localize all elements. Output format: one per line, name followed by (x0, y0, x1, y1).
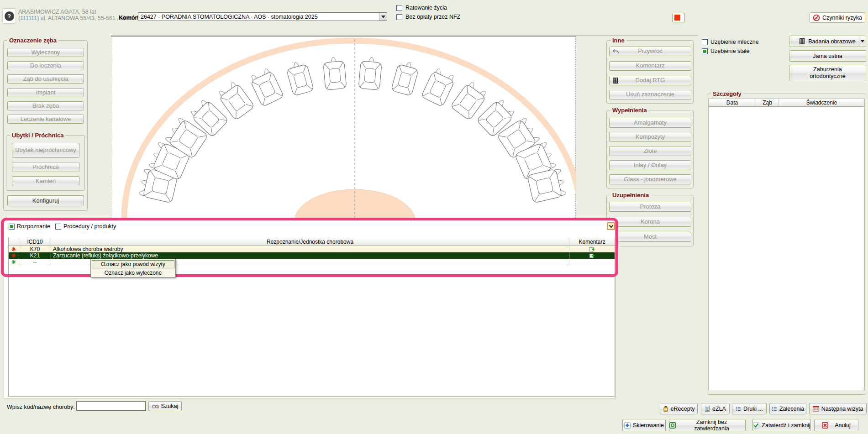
close-no-confirm-icon (669, 422, 676, 429)
anuluj-button[interactable]: Anuluj (814, 419, 858, 431)
configure-button[interactable]: Konfiguruj (7, 195, 84, 206)
collapse-panel-button[interactable] (607, 222, 615, 230)
brak-zeba-button[interactable]: Brak zęba (7, 101, 84, 110)
prescription-bottle-icon (663, 406, 668, 412)
dental-visit-window: ? ARASIMOWICZ AGATA, 58 lat (111111) ul.… (0, 0, 868, 434)
icd10-code: -- (19, 259, 51, 265)
glass-jonomerowe-button[interactable]: Glass - jonomerowe (609, 174, 691, 184)
dodaj-rtg-label: Dodaj RTG (636, 77, 665, 84)
implant-button[interactable]: Implant (7, 88, 84, 97)
orthodontic-button[interactable]: Zaburzenia ortodontyczne (789, 65, 866, 81)
diagnosis-row-k70[interactable]: K70 Alkoholowa choroba watroby (9, 246, 615, 252)
zab-do-usuniecia-button[interactable]: Ząb do usunięcia (7, 74, 84, 84)
icd10-column-header[interactable]: ICD10 (19, 238, 51, 246)
add-comment-icon[interactable] (589, 253, 595, 258)
dodaj-rtg-button[interactable]: Dodaj RTG (609, 76, 691, 85)
document-icon (705, 406, 710, 412)
kompozyty-button[interactable]: Kompozyty (609, 132, 691, 142)
leczenie-kanalowe-button[interactable]: Leczenie kanałowe (7, 115, 84, 124)
xray-film-icon (613, 78, 618, 84)
zalecenia-button[interactable]: Zalecenia (769, 403, 806, 414)
zatwierdz-i-zamknij-button[interactable]: Zatwierdź i zamknij (752, 419, 811, 431)
imaging-split-button[interactable]: Badania obrazowe (789, 36, 866, 47)
menu-item-powod-wizyty[interactable]: Oznacz jako powód wizyty (92, 260, 174, 268)
milk-dentition-checkbox[interactable] (702, 39, 708, 45)
skierowanie-label: Skierowanie (633, 422, 664, 429)
new-row-icon (11, 260, 16, 264)
active-diagnosis-icon (11, 253, 16, 258)
skierowanie-button[interactable]: Skierowanie (622, 419, 666, 431)
przywroc-button[interactable]: Przywróć (609, 47, 691, 56)
diagnosis-name: Zarzucanie (refluks) żołądkowo-przełykow… (51, 252, 569, 259)
ezla-button[interactable]: eZLA (701, 403, 730, 414)
disease-search-label: Wpisz kod/nazwę choroby: (7, 404, 75, 410)
comment-column-header[interactable]: Komentarz (569, 238, 615, 246)
amalgamaty-button[interactable]: Amalgamaty (609, 118, 691, 128)
prochnica-button[interactable]: Próchnica (12, 162, 79, 172)
erecepty-button[interactable]: eRecepty (660, 403, 698, 414)
druki-button[interactable]: Druki ... (732, 403, 767, 414)
name-column-header[interactable]: Rozpoznanie/Jednostka chorobowa (51, 238, 569, 246)
disease-search-input[interactable] (76, 401, 146, 411)
upper-arch-diagram (111, 37, 576, 219)
no-nfz-fee-checkbox[interactable] (396, 14, 402, 20)
zlote-button[interactable]: Złote (609, 146, 691, 156)
add-comment-icon[interactable] (589, 246, 595, 252)
nastepna-wizyta-button[interactable]: Następna wizyta (809, 403, 867, 414)
dental-chart[interactable] (111, 36, 576, 218)
druki-label: Druki ... (743, 406, 763, 412)
risk-factors-button[interactable]: Czynniki ryzyka (810, 12, 865, 23)
life-saving-checkbox[interactable] (396, 5, 402, 11)
details-col-tooth[interactable]: Ząb (756, 99, 779, 106)
color-marker-button[interactable] (672, 13, 685, 22)
clinic-select[interactable]: 26427 - PORADNIA STOMATOLOGICZNA - AOS -… (138, 12, 387, 21)
diagnosis-row-k21-selected[interactable]: K21 Zarzucanie (refluks) żołądkowo-przeł… (9, 252, 615, 259)
fillings-title: Wypełnienia (610, 107, 649, 114)
other-title: Inne (610, 37, 626, 44)
proteza-button[interactable]: Proteza (609, 202, 691, 212)
cancel-x-icon (822, 422, 828, 429)
imaging-film-icon (800, 38, 805, 44)
cavities-title: Ubytki / Próchnica (10, 132, 65, 139)
details-table-header: Data Ząb Świadczenie (709, 99, 864, 107)
permanent-dentition-checkbox[interactable] (702, 48, 708, 54)
dropdown-arrow-icon[interactable] (379, 13, 387, 21)
help-button[interactable]: ? (2, 8, 16, 24)
red-marker-swatch (674, 15, 680, 21)
most-button[interactable]: Most (609, 232, 691, 242)
life-saving-label: Ratowanie życia (405, 5, 447, 11)
list-icon (772, 406, 777, 412)
zatwierdz-label: Zatwierdź i zamknij (762, 422, 810, 429)
clinic-select-value: 26427 - PORADNIA STOMATOLOGICZNA - AOS -… (138, 14, 379, 20)
przywroc-label: Przywróć (638, 48, 662, 55)
inlay-onlay-button[interactable]: Inlay / Onlay (609, 160, 691, 170)
do-leczenia-button[interactable]: Do leczenia (7, 61, 84, 70)
flag-column-header[interactable] (9, 238, 19, 246)
procedury-checkbox[interactable] (55, 224, 61, 230)
menu-item-wyleczone[interactable]: Oznacz jako wyleczone (92, 269, 174, 277)
zamknij-bez-zatwierdzania-button[interactable]: Zamknij bez zatwierdzania (669, 419, 746, 431)
wyleczony-button[interactable]: Wyleczony (7, 48, 84, 57)
patient-name: ARASIMOWICZ AGATA, 58 lat (18, 9, 96, 15)
rozpoznanie-checkbox[interactable] (9, 224, 15, 230)
imaging-dropdown-arrow[interactable] (859, 36, 866, 47)
chevron-down-icon (609, 225, 614, 228)
active-diagnosis-icon (11, 247, 16, 251)
details-col-date[interactable]: Data (709, 99, 756, 106)
imaging-label: Badania obrazowe (808, 38, 856, 45)
kamien-button[interactable]: Kamień (12, 176, 79, 186)
search-button[interactable]: Szukaj (148, 401, 182, 411)
komentarz-button[interactable]: Komentarz (609, 61, 691, 71)
prosthetics-title: Uzupełnienia (610, 192, 651, 199)
list-icon (736, 406, 741, 412)
details-col-service[interactable]: Świadczenie (779, 99, 864, 106)
ubytek-nieprochnicowy-button[interactable]: Ubytek niepróchnicowy (12, 143, 79, 158)
oral-cavity-button[interactable]: Jama ustna (789, 50, 866, 62)
procedury-label: Procedury / produkty (63, 223, 116, 230)
diagnosis-name: Alkoholowa choroba watroby (51, 246, 569, 252)
usun-zaznaczenie-button[interactable]: Usuń zaznaczenie (609, 90, 691, 99)
binoculars-icon (152, 403, 159, 409)
question-icon: ? (5, 11, 14, 21)
no-smoking-icon (813, 14, 820, 21)
korona-button[interactable]: Korona (609, 217, 691, 227)
